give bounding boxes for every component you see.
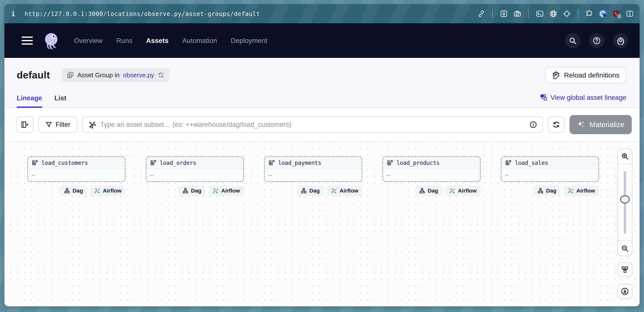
- nav-item-deployment[interactable]: Deployment: [231, 37, 267, 45]
- observable-table-icon: [387, 159, 393, 166]
- asset-node-box[interactable]: load_payments –: [264, 156, 362, 182]
- browser-toolbar-icons: 2: [477, 9, 634, 18]
- nav-item-runs[interactable]: Runs: [116, 37, 132, 45]
- tag-dag[interactable]: Dag: [178, 185, 205, 196]
- settings-gear-button[interactable]: [613, 33, 628, 48]
- asset-node[interactable]: load_customers – DagAirflow: [28, 156, 126, 196]
- asset-name: load_sales: [515, 160, 548, 166]
- zoom-controls: [617, 148, 632, 256]
- dag-icon: [182, 188, 188, 194]
- sync-status-icon[interactable]: [158, 72, 164, 79]
- asset-node-box[interactable]: load_sales –: [501, 156, 599, 182]
- terminal-icon[interactable]: [536, 10, 544, 18]
- tag-dag[interactable]: Dag: [415, 185, 442, 196]
- asset-name: load_products: [396, 160, 440, 166]
- tag-label: Dag: [72, 188, 83, 194]
- adblock-shield-icon[interactable]: 2: [612, 10, 620, 18]
- site-info-icon[interactable]: i: [11, 10, 15, 18]
- nav-item-overview[interactable]: Overview: [74, 37, 103, 45]
- extensions-puzzle-icon[interactable]: [586, 10, 593, 18]
- asset-status-value: –: [505, 172, 508, 179]
- tag-airflow[interactable]: Airflow: [445, 185, 480, 196]
- asset-node-box[interactable]: load_orders –: [146, 156, 244, 182]
- page-header-area: default Asset Group in observe.py Reload…: [4, 58, 640, 108]
- observable-table-icon: [268, 159, 275, 166]
- asset-subset-input[interactable]: Type an asset subset… (ex: ++warehouse/d…: [82, 117, 543, 133]
- menu-icon[interactable]: [22, 37, 33, 45]
- tag-airflow[interactable]: Airflow: [90, 185, 126, 196]
- view-global-asset-lineage-link[interactable]: View global asset lineage: [540, 94, 626, 107]
- tag-dag[interactable]: Dag: [60, 185, 87, 196]
- asset-node-header: load_payments: [265, 157, 362, 169]
- asset-node-header: load_sales: [502, 157, 598, 169]
- tab-lineage[interactable]: Lineage: [17, 94, 42, 107]
- asset-node[interactable]: load_orders – DagAirflow: [146, 156, 244, 196]
- search-button[interactable]: [565, 33, 580, 48]
- badge-text: Asset Group in: [78, 71, 120, 79]
- tag-dag[interactable]: Dag: [534, 185, 560, 196]
- panel-expand-icon: [21, 120, 29, 129]
- tag-airflow[interactable]: Airflow: [564, 185, 599, 196]
- tag-airflow[interactable]: Airflow: [208, 185, 244, 196]
- screenshot-tool-icon[interactable]: [500, 10, 508, 18]
- download-image-button[interactable]: [617, 284, 632, 299]
- split-view-icon[interactable]: [626, 10, 634, 18]
- badge-file-link[interactable]: observe.py: [123, 71, 154, 79]
- asset-node-tags: DagAirflow: [382, 185, 480, 196]
- tag-label: Airflow: [458, 188, 477, 194]
- reload-cube-icon: [552, 71, 560, 79]
- info-icon[interactable]: [529, 121, 537, 129]
- url-text[interactable]: http://127.0.0.1:3000/locations/observe.…: [24, 10, 260, 18]
- password-manager-icon[interactable]: [599, 10, 607, 18]
- zoom-in-button[interactable]: [618, 149, 632, 164]
- tag-airflow[interactable]: Airflow: [327, 185, 362, 196]
- asset-group-badge: Asset Group in observe.py: [62, 68, 169, 82]
- rearrange-layout-button[interactable]: [617, 262, 632, 277]
- nav-item-automation[interactable]: Automation: [182, 37, 217, 45]
- asset-node-body: –: [383, 169, 480, 181]
- zoom-out-button[interactable]: [618, 241, 632, 256]
- asset-node[interactable]: load_products – DagAirflow: [382, 156, 480, 196]
- materialize-button[interactable]: Materialize: [570, 115, 632, 134]
- airflow-icon: [331, 188, 337, 194]
- filter-button[interactable]: Filter: [38, 117, 77, 133]
- browser-url-bar[interactable]: i http://127.0.0.1:3000/locations/observ…: [4, 4, 640, 23]
- asset-subset-placeholder: Type an asset subset… (ex: ++warehouse/d…: [100, 121, 526, 129]
- observable-table-icon: [505, 159, 512, 166]
- reload-definitions-label: Reload definitions: [564, 71, 620, 79]
- globe-icon[interactable]: [550, 10, 557, 18]
- asset-node[interactable]: load_payments – DagAirflow: [264, 156, 362, 196]
- tab-list[interactable]: List: [54, 94, 66, 107]
- materialize-label: Materialize: [589, 120, 624, 129]
- zoom-slider-thumb[interactable]: [620, 195, 630, 204]
- asset-node-box[interactable]: load_products –: [382, 156, 480, 182]
- asset-node-box[interactable]: load_customers –: [28, 156, 126, 182]
- help-button[interactable]: [589, 33, 604, 48]
- code-location-icon: [67, 71, 74, 79]
- camera-icon[interactable]: [514, 10, 521, 18]
- asset-node-tags: DagAirflow: [264, 185, 362, 196]
- asset-status-value: –: [268, 172, 272, 179]
- asset-status-value: –: [150, 172, 154, 179]
- open-side-panel-button[interactable]: [17, 117, 33, 133]
- asset-node-body: –: [502, 169, 598, 181]
- tag-dag[interactable]: Dag: [297, 185, 324, 196]
- op-selector-icon: [88, 120, 96, 129]
- app-navbar: Overview Runs Assets Automation Deployme…: [4, 23, 640, 58]
- refresh-graph-button[interactable]: [548, 117, 564, 133]
- nav-item-assets[interactable]: Assets: [146, 37, 168, 45]
- nav-links: Overview Runs Assets Automation Deployme…: [74, 37, 267, 45]
- reload-definitions-button[interactable]: Reload definitions: [545, 67, 626, 83]
- target-picker-icon[interactable]: [563, 10, 571, 18]
- zoom-slider[interactable]: [618, 164, 632, 241]
- asset-name: load_customers: [42, 160, 88, 166]
- tag-label: Airflow: [340, 188, 358, 194]
- dagster-logo[interactable]: [42, 31, 61, 50]
- view-global-asset-lineage-label: View global asset lineage: [550, 94, 626, 102]
- asset-node[interactable]: load_sales – DagAirflow: [501, 156, 599, 196]
- asset-node-header: load_orders: [146, 157, 243, 169]
- lineage-graph-canvas[interactable]: load_customers – DagAirflow load_orders …: [4, 142, 640, 306]
- asset-name: load_payments: [278, 160, 321, 166]
- copy-link-icon[interactable]: [477, 10, 485, 18]
- refresh-icon: [552, 120, 560, 129]
